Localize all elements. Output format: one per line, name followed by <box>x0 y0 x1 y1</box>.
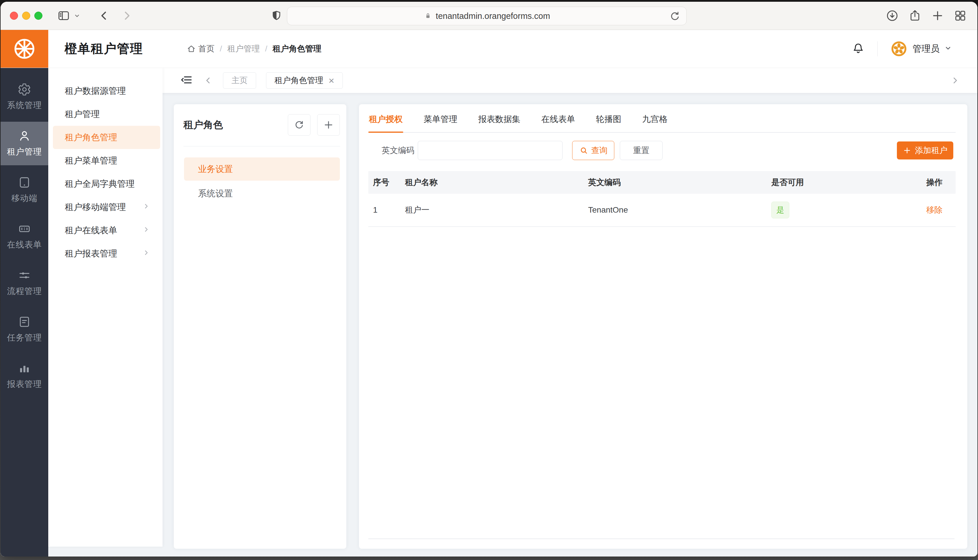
search-toolbar: 英文编码 查询 重置 添加租户 <box>368 141 956 160</box>
close-tab-icon[interactable]: × <box>329 75 334 85</box>
submenu-item-tenant-report[interactable]: 租户报表管理 <box>48 242 160 265</box>
submenu-item-tenant-dict[interactable]: 租户全局字典管理 <box>48 172 160 195</box>
tab-menu-mgmt[interactable]: 菜单管理 <box>423 108 458 132</box>
url-text: tenantadmin.orangeforms.com <box>436 11 550 21</box>
sidebar-item-task-mgmt[interactable]: 任务管理 <box>1 308 48 351</box>
tab-online-form[interactable]: 在线表单 <box>541 108 576 132</box>
rail-item-label: 租户管理 <box>7 146 42 158</box>
sidebar-item-online-form[interactable]: 在线表单 <box>1 215 48 258</box>
forward-button[interactable] <box>120 9 133 22</box>
back-button[interactable] <box>98 9 110 22</box>
privacy-shield-icon[interactable] <box>270 10 283 22</box>
header-right: 管理员 <box>852 40 977 57</box>
role-item-business-settings[interactable]: 业务设置 <box>184 157 340 181</box>
mobile-icon <box>18 176 31 189</box>
close-window-button[interactable] <box>10 12 18 20</box>
col-enabled: 是否可用 <box>771 177 925 188</box>
tabs-scroll-left-icon[interactable] <box>203 75 213 85</box>
rail-item-label: 流程管理 <box>7 285 42 297</box>
reset-button[interactable]: 重置 <box>620 141 662 160</box>
sidebar-item-system-mgmt[interactable]: 系统管理 <box>1 75 48 119</box>
submenu-item-tenant-menu[interactable]: 租户菜单管理 <box>48 149 160 172</box>
user-menu[interactable]: 管理员 <box>913 43 940 55</box>
tab-carousel[interactable]: 轮播图 <box>595 108 622 132</box>
add-role-button[interactable] <box>317 114 340 136</box>
downloads-icon[interactable] <box>886 9 899 22</box>
english-code-label: 英文编码 <box>382 145 414 156</box>
chevron-down-icon[interactable] <box>944 44 953 54</box>
submenu-item-tenant-mobile[interactable]: 租户移动端管理 <box>48 195 160 219</box>
tab-nine-grid[interactable]: 九宫格 <box>642 108 668 132</box>
page-tabstrip: 主页 租户角色管理 × <box>162 68 977 93</box>
rail-item-label: 移动端 <box>11 193 37 204</box>
share-icon[interactable] <box>908 9 921 22</box>
table-footer-divider <box>368 538 955 539</box>
web-app: 橙单租户管理 首页 / 租户管理 / 租户角色管理 <box>1 30 977 557</box>
online-form-icon <box>18 222 31 235</box>
role-item-label: 业务设置 <box>198 163 233 175</box>
add-tenant-button[interactable]: 添加租户 <box>897 142 953 160</box>
menu-fold-icon[interactable] <box>180 73 193 87</box>
submenu-item-tenant-mgmt[interactable]: 租户管理 <box>48 103 160 126</box>
page-tab-tenant-role[interactable]: 租户角色管理 × <box>266 72 343 88</box>
col-index: 序号 <box>373 177 405 188</box>
breadcrumb-tenant-mgmt[interactable]: 租户管理 <box>227 43 260 54</box>
rail-item-label: 系统管理 <box>7 100 42 111</box>
orange-wheel-avatar-icon <box>891 40 907 57</box>
breadcrumb-home-label: 首页 <box>198 43 214 54</box>
fullscreen-window-button[interactable] <box>34 12 42 20</box>
tenant-table: 序号 租户名称 英文编码 是否可用 操作 1 租户一 TenantOne 是 <box>368 171 956 227</box>
col-actions: 操作 <box>925 177 956 188</box>
sidebar-item-report-mgmt[interactable]: 报表管理 <box>1 354 48 398</box>
submenu-item-tenant-online-form[interactable]: 租户在线表单 <box>48 219 160 242</box>
secondary-sidebar: 租户数据源管理 租户管理 租户角色管理 租户菜单管理 租户全局字典管理 租户移动… <box>48 68 162 547</box>
rail-item-label: 任务管理 <box>7 332 42 343</box>
reload-icon[interactable] <box>669 10 680 22</box>
notifications-bell-icon[interactable] <box>852 42 864 56</box>
col-tenant-name: 租户名称 <box>405 177 588 188</box>
minimize-window-button[interactable] <box>22 12 30 20</box>
primary-sidebar: 系统管理 租户管理 移动端 在线表单 流程管理 <box>1 68 48 557</box>
submenu-item-tenant-role[interactable]: 租户角色管理 <box>53 126 160 149</box>
page-tab-label: 主页 <box>231 75 248 86</box>
breadcrumb-home[interactable]: 首页 <box>187 43 214 54</box>
query-button-label: 查询 <box>591 145 608 156</box>
chevron-right-icon <box>142 202 150 212</box>
sidebar-toggle-icon[interactable] <box>57 9 70 22</box>
orange-wheel-icon <box>12 36 37 61</box>
user-avatar[interactable] <box>891 40 907 57</box>
sidebar-item-process-mgmt[interactable]: 流程管理 <box>1 261 48 305</box>
sidebar-menu-chevron-icon[interactable] <box>73 12 81 20</box>
reset-button-label: 重置 <box>633 145 649 156</box>
remove-link[interactable]: 移除 <box>926 205 943 214</box>
breadcrumb: 首页 / 租户管理 / 租户角色管理 <box>187 43 321 54</box>
app-header: 橙单租户管理 首页 / 租户管理 / 租户角色管理 <box>1 30 977 68</box>
user-icon <box>18 129 31 143</box>
sidebar-item-tenant-mgmt[interactable]: 租户管理 <box>1 122 48 165</box>
plus-icon <box>323 119 334 130</box>
page-tab-label: 租户角色管理 <box>274 75 323 86</box>
sidebar-item-mobile[interactable]: 移动端 <box>1 168 48 212</box>
rail-item-label: 在线表单 <box>7 239 42 251</box>
query-button[interactable]: 查询 <box>572 141 614 160</box>
address-bar[interactable]: tenantadmin.orangeforms.com <box>287 7 687 25</box>
desktop-background: tenantadmin.orangeforms.com <box>0 0 978 560</box>
chevron-right-icon <box>142 248 150 259</box>
app-body: 系统管理 租户管理 移动端 在线表单 流程管理 <box>1 68 977 557</box>
new-tab-icon[interactable] <box>931 9 944 22</box>
breadcrumb-separator: / <box>265 44 267 53</box>
role-item-system-settings[interactable]: 系统设置 <box>184 182 340 205</box>
divider <box>184 146 340 147</box>
tab-report-dataset[interactable]: 报表数据集 <box>478 108 521 132</box>
tabs-scroll-right-icon[interactable] <box>950 75 960 85</box>
tab-overview-icon[interactable] <box>954 9 967 22</box>
submenu-item-tenant-datasource[interactable]: 租户数据源管理 <box>48 79 160 103</box>
english-code-input[interactable] <box>418 141 563 160</box>
tab-tenant-auth[interactable]: 租户授权 <box>368 108 403 132</box>
window-controls <box>10 12 42 20</box>
main-area: 主页 租户角色管理 × 租户角色 <box>162 68 977 557</box>
submenu-label: 租户全局字典管理 <box>65 178 135 190</box>
page-tab-home[interactable]: 主页 <box>223 72 256 88</box>
submenu-label: 租户数据源管理 <box>65 85 126 97</box>
refresh-button[interactable] <box>288 114 311 136</box>
